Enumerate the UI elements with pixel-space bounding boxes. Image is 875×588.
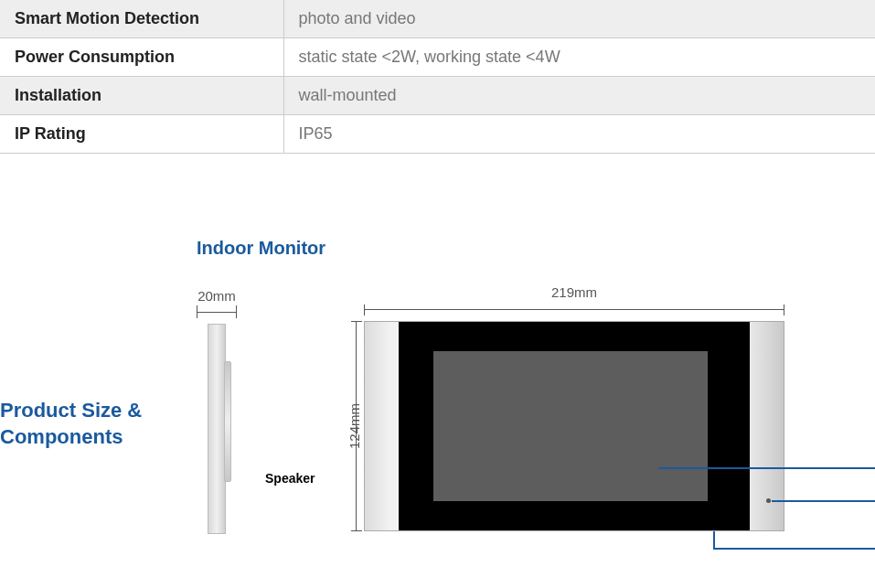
spec-label: Power Consumption <box>0 38 283 77</box>
spec-value: static state <2W, working state <4W <box>283 38 875 77</box>
side-view: 20mm <box>197 288 237 534</box>
specs-table: Smart Motion Detection photo and video P… <box>0 0 875 154</box>
table-row: Power Consumption static state <2W, work… <box>0 38 875 77</box>
lcd-screen <box>433 351 708 501</box>
dimension-bar-height: 124mm <box>338 321 364 531</box>
diagram-title: Indoor Monitor <box>197 238 873 259</box>
dimension-bar-depth <box>197 305 237 318</box>
spec-value: photo and video <box>283 0 875 38</box>
spec-value: IP65 <box>283 115 875 154</box>
speaker-label: Speaker <box>265 471 315 486</box>
spec-label: IP Rating <box>0 115 283 154</box>
table-row: Smart Motion Detection photo and video <box>0 0 875 38</box>
spec-label: Installation <box>0 77 283 115</box>
dimension-width: 219mm <box>364 284 784 300</box>
microphone-dot <box>766 498 771 503</box>
spec-value: wall-mounted <box>283 77 875 115</box>
section-heading-line: Components <box>0 424 142 451</box>
front-view: 219mm 124mm Speaker LCD touch screen Mic… <box>338 288 784 531</box>
monitor-front <box>364 321 784 531</box>
dimension-bar-width: 219mm <box>364 288 784 315</box>
spec-label: Smart Motion Detection <box>0 0 283 38</box>
dimension-depth: 20mm <box>197 288 237 304</box>
table-row: IP Rating IP65 <box>0 115 875 154</box>
product-diagram: Indoor Monitor 20mm 219mm 124mm Speaker <box>197 238 873 585</box>
monitor-side-profile <box>208 324 226 534</box>
section-heading-line: Product Size & <box>0 398 142 424</box>
dimension-height: 124mm <box>347 403 362 449</box>
table-row: Installation wall-mounted <box>0 77 875 115</box>
section-heading: Product Size & Components <box>0 398 142 450</box>
